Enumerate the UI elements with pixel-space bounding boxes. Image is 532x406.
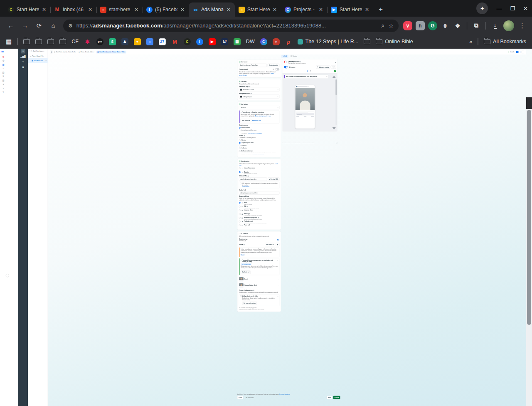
- instant-experience-option[interactable]: ⌁ Instant Experience Send people to a fa…: [239, 167, 280, 170]
- addon-phone-call-option[interactable]: ☏ Phone call Let people call your busine…: [239, 224, 280, 227]
- back-icon[interactable]: ←: [4, 19, 17, 32]
- close-pane-icon[interactable]: ✕: [18, 49, 28, 54]
- creative-setup-edit-link[interactable]: Edit: [277, 239, 279, 240]
- scroll-down-icon[interactable]: [332, 127, 336, 130]
- tc-badge-icon[interactable]: C: [184, 38, 191, 45]
- tree-row-adset[interactable]: ◎ Plano - Broad - Video ⋯: [28, 54, 48, 59]
- addon-instagram-option[interactable]: ✉ Instagram Direct Add an Instagram Dire…: [239, 209, 280, 212]
- tab-start-here-2[interactable]: ≡ Start Here ✕: [235, 2, 281, 17]
- addon-none-option[interactable]: ∅ None Just your website: [239, 202, 280, 205]
- apps-grid-icon[interactable]: ▦: [6, 38, 12, 45]
- search-rail-icon[interactable]: ⌕: [0, 67, 7, 71]
- radio[interactable]: [239, 139, 241, 141]
- row-more-icon[interactable]: ⋯: [45, 55, 47, 57]
- advantage-catalog-option[interactable]: Advantage+ catalog ads ✦ Achieve your go…: [239, 129, 280, 134]
- bulb-icon[interactable]: ●: [134, 38, 141, 45]
- advanced-preview-button[interactable]: ✎ Advanced preview: [316, 66, 330, 69]
- facebook-icon[interactable]: f: [196, 38, 203, 45]
- format-carousel-option[interactable]: Carousel: [239, 145, 280, 146]
- advantage-link[interactable]: About Advantage+ catalog ads: [248, 133, 262, 134]
- layout-columns-icon[interactable]: ▥: [307, 70, 308, 72]
- scrollbar-top-button[interactable]: [526, 97, 532, 109]
- bookmarks-overflow-chevron[interactable]: »: [469, 39, 472, 45]
- downloads-icon[interactable]: ↓: [494, 22, 497, 29]
- go-creative-setup-button[interactable]: Go to creative setup: [242, 302, 257, 305]
- radio[interactable]: [239, 209, 241, 211]
- duplicate-ad-button[interactable]: Duplicate ad: [241, 270, 251, 274]
- bookmark-12-steps[interactable]: The 12 Steps | Life R...: [298, 39, 359, 45]
- extensions-puzzle-icon[interactable]: ❖: [453, 21, 462, 30]
- all-bookmarks[interactable]: All Bookmarks: [484, 39, 526, 45]
- edit-pencil-icon[interactable]: ✎: [18, 59, 28, 64]
- info-icon[interactable]: i: [244, 135, 245, 136]
- page-scrollbar[interactable]: [526, 97, 532, 406]
- forward-icon[interactable]: →: [18, 19, 32, 32]
- partnership-toggle[interactable]: [275, 68, 280, 71]
- site-settings-icon[interactable]: ⚙: [68, 23, 73, 29]
- shopping-link[interactable]: About showing products in ads.: [255, 115, 271, 116]
- tab-close-icon[interactable]: ✕: [272, 7, 277, 12]
- tab-close-icon[interactable]: ✕: [88, 7, 93, 12]
- facebook-page-select[interactable]: Redemption Church ▾: [239, 88, 280, 92]
- stories-media-row[interactable]: Stories, Status, Reels ›: [239, 282, 280, 289]
- radio[interactable]: [239, 220, 241, 222]
- tree-row-campaign[interactable]: ▢ Start Here Journal - Video Traffic ⋯: [28, 49, 48, 54]
- pocket-extension-icon[interactable]: ∨: [403, 21, 412, 30]
- radio[interactable]: [239, 217, 241, 218]
- radio-selected[interactable]: [239, 142, 241, 144]
- radio-selected[interactable]: [239, 171, 241, 173]
- info-icon[interactable]: i: [251, 93, 252, 94]
- close-icon[interactable]: ✕: [326, 76, 327, 77]
- reports-icon[interactable]: ▤: [0, 70, 7, 74]
- publish-button[interactable]: Publish: [333, 396, 340, 399]
- review-warning-link[interactable]: Review: [241, 255, 244, 256]
- bookmark-folder-icon[interactable]: [364, 39, 370, 44]
- display-link-input[interactable]: redemptionplano.com/start-here: [239, 191, 280, 195]
- radio[interactable]: [239, 213, 241, 215]
- terms-link[interactable]: Terms and Conditions.: [279, 394, 290, 395]
- header-toggle[interactable]: [516, 51, 521, 53]
- media-icon[interactable]: ▥: [0, 78, 7, 82]
- bookmark-star-icon[interactable]: ☆: [388, 22, 394, 29]
- youtube-icon[interactable]: ▶: [209, 38, 216, 45]
- home-icon[interactable]: ⌂: [47, 19, 60, 32]
- edit-media-button[interactable]: Edit Media ▾: [265, 243, 275, 246]
- card-kebab-icon[interactable]: ⋯: [277, 260, 278, 261]
- multi-advertiser-link[interactable]: About multi-advertiser ads: [252, 153, 264, 155]
- row-more-icon[interactable]: ⋯: [45, 50, 47, 52]
- close-button[interactable]: Close: [237, 396, 243, 399]
- menu-kebab-icon[interactable]: ⋮: [517, 22, 528, 30]
- ui-icon[interactable]: UI: [221, 38, 228, 45]
- website-url-input[interactable]: https://redemptionchurch.life...: [239, 177, 267, 181]
- bookmark-folder-icon[interactable]: [59, 39, 66, 44]
- tab-close-icon[interactable]: ✕: [134, 7, 139, 12]
- tab-close-icon[interactable]: ✕: [226, 7, 231, 12]
- campaign-checkbox[interactable]: [29, 50, 30, 52]
- radio[interactable]: [239, 224, 241, 226]
- tab-start-here-3[interactable]: ▶ Start Here ✕: [327, 2, 373, 17]
- tab-close-icon[interactable]: ✕: [180, 7, 185, 12]
- install-label[interactable]: Install: [510, 51, 514, 53]
- new-tab-button[interactable]: +: [375, 4, 387, 15]
- format-collection-option[interactable]: Collection: [239, 147, 280, 149]
- chevron-down-icon[interactable]: ▾: [333, 66, 336, 69]
- calendar-icon[interactable]: 27: [159, 38, 166, 45]
- settings-rail-icon[interactable]: ⚲: [0, 90, 7, 94]
- share-split-button[interactable]: ↗ ▾: [331, 66, 336, 69]
- p-icon[interactable]: p: [285, 38, 292, 45]
- reload-icon[interactable]: ⟳: [32, 19, 46, 32]
- radio[interactable]: [239, 145, 241, 146]
- breadcrumb-campaign[interactable]: ▢ Start Here Journal - Video Traffic: [54, 51, 76, 53]
- flag-icon[interactable]: ⚑: [0, 74, 7, 79]
- breadcrumb-adset[interactable]: ◎ Plano - Broad - Video: [79, 51, 94, 53]
- radio-selected[interactable]: [239, 202, 241, 203]
- tree-row-ad-selected[interactable]: ▦ Start Here Journal - Pastor Story... ⋯: [28, 58, 48, 63]
- ad-preview-toggle[interactable]: [284, 66, 288, 69]
- add-products-button[interactable]: Add products: [241, 119, 251, 122]
- recent-icon[interactable]: ◷: [0, 59, 7, 63]
- tab-projects[interactable]: C Projects - ✕: [281, 2, 327, 17]
- scroll-thumb[interactable]: [336, 79, 337, 95]
- review-mode-button[interactable]: ◫ Review: [291, 55, 297, 57]
- info-icon[interactable]: i: [248, 176, 249, 177]
- multi-advertiser-checkbox[interactable]: [239, 150, 241, 152]
